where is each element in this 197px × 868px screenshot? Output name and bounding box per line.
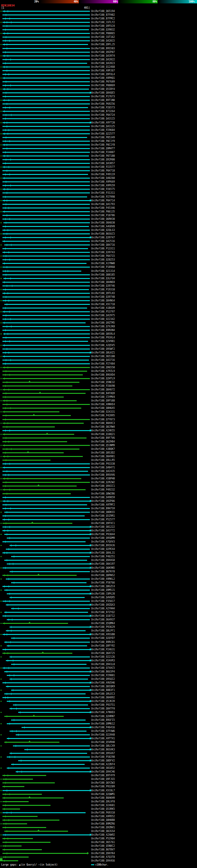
alignment-bar[interactable] xyxy=(4,642,90,643)
alignment-bar[interactable] xyxy=(9,679,88,680)
hit-label[interactable]: UniRef100_Q9FY92 xyxy=(91,645,115,647)
alignment-bar[interactable] xyxy=(2,152,90,153)
hit-label[interactable]: UniRef100_A9SSB0 xyxy=(91,633,115,636)
alignment-bar[interactable] xyxy=(2,255,90,256)
alignment-bar[interactable] xyxy=(2,252,90,253)
hit-label[interactable]: UniRef100_Q9ZTM5 xyxy=(91,321,115,324)
alignment-bar[interactable] xyxy=(2,782,55,783)
alignment-bar[interactable] xyxy=(2,267,90,268)
hit-label[interactable]: UniRef100_Q0DFV2 xyxy=(91,759,115,762)
alignment-bar[interactable] xyxy=(2,237,90,238)
hit-label[interactable]: UniRef100_Q5QMK4 xyxy=(91,622,115,625)
alignment-bar[interactable] xyxy=(2,360,89,361)
hit-label[interactable]: UniRef100_Q43857 xyxy=(91,162,115,165)
hit-label[interactable]: UniRef100_Q84QE5 xyxy=(91,91,115,94)
hit-label[interactable]: UniRef100_Q53NM9 xyxy=(91,444,115,447)
alignment-bar[interactable] xyxy=(2,527,90,527)
hit-label[interactable]: UniRef100_Q9SWF2 xyxy=(91,348,115,350)
hit-label[interactable]: UniRef100_O49859 xyxy=(91,496,115,499)
hit-label[interactable]: UniRef100_P0C1Y8 xyxy=(91,144,115,146)
hit-label[interactable]: UniRef100_Q22577 xyxy=(91,132,115,135)
alignment-bar[interactable] xyxy=(2,145,90,145)
hit-label[interactable]: UniRef100_Q42435 xyxy=(91,470,115,473)
alignment-bar[interactable] xyxy=(2,219,90,220)
hit-label[interactable]: UniRef100_Q5IBY4 xyxy=(91,88,115,91)
hit-label[interactable]: UniRef100_Q8W2B6 xyxy=(91,492,115,495)
alignment-bar[interactable] xyxy=(2,809,20,809)
hit-label[interactable]: UniRef100_Q7XJK8 xyxy=(91,325,115,328)
alignment-bar[interactable] xyxy=(2,419,90,420)
hit-label[interactable]: UniRef100_O22342 xyxy=(91,318,115,320)
alignment-bar[interactable] xyxy=(4,304,90,305)
alignment-bar[interactable] xyxy=(4,671,90,672)
alignment-bar[interactable] xyxy=(2,204,90,205)
hit-label[interactable]: UniRef100_Q8S3D2 xyxy=(91,452,115,454)
alignment-bar[interactable] xyxy=(2,115,90,116)
alignment-bar[interactable] xyxy=(11,764,85,765)
hit-label[interactable]: UniRef100_Q5VRH8 xyxy=(91,741,115,744)
alignment-bar[interactable] xyxy=(2,541,86,542)
alignment-bar[interactable] xyxy=(2,311,90,312)
hit-label[interactable]: UniRef100_Q9SQI2 xyxy=(91,678,115,680)
alignment-bar[interactable] xyxy=(2,315,90,316)
hit-label[interactable]: UniRef100_Q8H0B8 xyxy=(91,819,115,822)
alignment-bar[interactable] xyxy=(2,192,90,193)
hit-label[interactable]: UniRef100_O65100 xyxy=(91,355,115,358)
alignment-bar[interactable] xyxy=(2,411,59,412)
alignment-bar[interactable] xyxy=(2,794,42,795)
alignment-bar[interactable] xyxy=(2,393,86,394)
alignment-bar[interactable] xyxy=(2,226,89,227)
alignment-bar[interactable] xyxy=(2,467,90,468)
hit-label[interactable]: UniRef100_Q84TF0 xyxy=(91,707,115,710)
alignment-bar[interactable] xyxy=(2,838,33,839)
alignment-bar[interactable] xyxy=(7,768,90,769)
alignment-bar[interactable] xyxy=(2,40,90,41)
alignment-bar[interactable] xyxy=(2,155,89,156)
hit-label[interactable]: UniRef100_P18960 xyxy=(91,266,115,269)
alignment-bar[interactable] xyxy=(2,601,90,602)
alignment-bar[interactable] xyxy=(11,608,90,609)
hit-label[interactable]: UniRef100_Q42823 xyxy=(91,62,115,65)
hit-label[interactable]: UniRef100_Q84NE8 xyxy=(91,281,115,284)
hit-label[interactable]: UniRef100_P46251 xyxy=(91,555,115,558)
alignment-bar[interactable] xyxy=(7,563,90,564)
alignment-bar[interactable] xyxy=(2,649,90,650)
hit-label[interactable]: UniRef100_P00865 xyxy=(91,32,115,35)
hit-label[interactable]: UniRef100_Q40471 xyxy=(91,466,115,469)
alignment-bar[interactable] xyxy=(2,196,87,197)
alignment-bar[interactable] xyxy=(7,537,90,538)
alignment-bar[interactable] xyxy=(2,345,90,346)
alignment-bar[interactable] xyxy=(2,378,90,379)
hit-label[interactable]: UniRef100_Q39832 xyxy=(91,28,115,31)
hit-label[interactable]: UniRef100_B9H7S9 xyxy=(91,507,115,510)
alignment-bar[interactable] xyxy=(9,656,90,657)
alignment-bar[interactable] xyxy=(2,382,79,383)
alignment-bar[interactable] xyxy=(2,133,90,134)
alignment-bar[interactable] xyxy=(2,363,90,364)
alignment-bar[interactable] xyxy=(2,289,89,290)
hit-label[interactable]: UniRef100_Q9FVC1 xyxy=(91,522,115,525)
alignment-bar[interactable] xyxy=(2,504,87,505)
hit-label[interactable]: UniRef100_Q3LFU4 xyxy=(91,277,115,280)
alignment-bar[interactable] xyxy=(7,723,90,724)
alignment-bar[interactable] xyxy=(4,590,90,591)
alignment-bar[interactable] xyxy=(2,452,64,453)
alignment-bar[interactable] xyxy=(18,760,90,761)
alignment-bar[interactable] xyxy=(2,189,90,190)
hit-label[interactable]: UniRef100_C6TLY2 xyxy=(91,21,115,24)
hit-label[interactable]: UniRef100_O04981 xyxy=(91,455,115,458)
alignment-bar[interactable] xyxy=(6,549,90,550)
hit-label[interactable]: UniRef100_Q0J9W4 xyxy=(91,426,115,428)
alignment-bar[interactable] xyxy=(2,122,90,123)
alignment-bar[interactable] xyxy=(7,738,90,739)
hit-label[interactable]: UniRef100_Q43974 xyxy=(91,55,115,57)
alignment-bar[interactable] xyxy=(2,404,90,405)
hit-label[interactable]: UniRef100_A9PD52 xyxy=(91,815,115,818)
hit-label[interactable]: UniRef100_B9IHJ6 xyxy=(91,544,115,547)
hit-label[interactable]: UniRef100_B73264 xyxy=(91,110,115,113)
hit-label[interactable]: UniRef100_Q42015 xyxy=(91,39,115,42)
alignment-bar[interactable] xyxy=(2,159,90,160)
hit-label[interactable]: UniRef100_Q9FS88 xyxy=(91,399,115,402)
hit-label[interactable]: UniRef100_P07180 xyxy=(91,155,115,157)
alignment-bar[interactable] xyxy=(2,827,46,828)
